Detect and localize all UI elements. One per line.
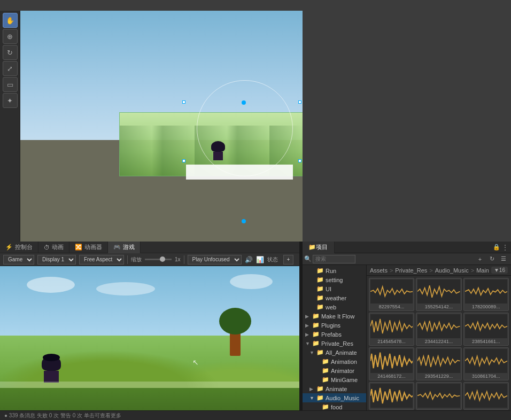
scale-tool[interactable]: ⤢ [3,61,18,76]
svg-rect-1 [417,279,460,304]
search-icon: 🔍 [304,255,312,262]
more-panel-icon[interactable]: ⋮ [501,243,509,252]
asset-item[interactable]: 310861704... [463,347,509,380]
tree-item-web[interactable]: 📁 web [302,302,366,312]
asset-count: ▼16 [491,267,508,274]
tree-item-all-animate[interactable]: ▼ 📁 All_Animate [302,348,366,357]
tree-label: weather [326,295,346,301]
asset-item[interactable]: 178200089... [463,278,509,311]
asset-item[interactable]: 238541661... [463,313,509,346]
panel-search-bar: 🔍 + ↻ ☰ [302,253,511,265]
aspect-select[interactable]: Free Aspect [79,255,124,265]
asset-name: 178200089... [472,304,500,309]
refresh-button[interactable]: ↻ [486,254,497,264]
tree-item-audio-music[interactable]: ▼ 📁 Audio_Music [302,393,366,402]
folder-icon: 📁 [316,285,324,292]
tab-game[interactable]: 🎮 游戏 [108,242,141,253]
project-tab-bar: 📁 项目 🔒 ⋮ [302,242,511,253]
tree-item-animator[interactable]: 📁 Animator [302,366,366,375]
hand-tool[interactable]: ✋ [3,13,18,28]
rect-tool[interactable]: ▭ [3,77,18,92]
tree-label: All_Animate [326,349,357,356]
tree-item-plugins[interactable]: ▶ 📁 Plugins [302,321,366,330]
asset-item[interactable] [369,382,414,410]
status-text: ● 339 条消息 失败 0 次 警告 0 次 单击可查看更多 [4,412,121,419]
panel-resize-handle[interactable] [299,242,303,420]
search-input[interactable] [313,255,355,263]
tree-item-prefabs[interactable]: ▶ 📁 Prefabs [302,330,366,339]
left-toolbar: ✋ ⊕ ↻ ⤢ ▭ ✦ [0,11,20,246]
asset-item[interactable]: 214545478... [369,313,414,346]
tree-item-animate[interactable]: ▶ 📁 Animate [302,384,366,393]
rotate-tool[interactable]: ↻ [3,45,18,60]
asset-grid: 82297554... 155254142... [367,276,511,415]
tree-label: food [331,404,342,410]
asset-item[interactable]: 241468172... [369,347,414,380]
tree-item-ui[interactable]: 📁 UI [302,284,366,293]
tree-item-run[interactable]: 📁 Run [302,266,366,275]
asset-area: Assets > Private_Res > Audio_Music > Mai… [367,265,511,420]
create-button[interactable]: + [475,254,485,264]
scale-icon: ⤢ [7,65,13,73]
svg-rect-8 [465,349,507,373]
asset-name: 238541661... [472,339,500,344]
asset-name: 155254142... [425,304,453,309]
breadcrumb-private-res[interactable]: Private_Res [395,267,427,274]
console-icon: ⚡ [5,244,13,251]
asset-name: 310861704... [472,374,500,379]
tab-console[interactable]: ⚡ 控制台 [0,242,38,253]
add-button[interactable]: + [283,255,294,265]
asset-name: 214545478... [377,339,406,344]
asset-item[interactable]: 82297554... [369,278,414,311]
asset-name: 234412241... [425,339,453,344]
asset-item[interactable]: 293541229... [416,347,461,380]
tree-label: Animation [331,359,357,365]
tree-item-makeitflow[interactable]: ▶ 📁 Make It Flow [302,312,366,321]
breadcrumb-assets[interactable]: Assets [370,267,388,274]
tree-item-animation[interactable]: 📁 Animation [302,357,366,366]
move-tool[interactable]: ⊕ [3,29,18,44]
game-view: ↖ [0,266,305,420]
asset-name: 82297554... [379,304,405,309]
filter-button[interactable]: ☰ [498,254,509,264]
tree-label: MiniGame [331,377,358,383]
tree-item-setting[interactable]: 📁 setting [302,275,366,284]
platform [186,165,293,180]
folder-icon: 📁 [312,322,320,329]
asset-name: 241468172... [377,374,406,379]
display-number-select[interactable]: Display 1 [37,255,76,265]
tree-item-weather[interactable]: 📁 weather [302,293,366,302]
play-mode-select[interactable]: Play Unfocused [188,255,242,265]
custom-tool[interactable]: ✦ [3,93,18,108]
game-toolbar: Game Display 1 Free Aspect 缩放 1x Play Un… [0,253,305,266]
move-icon: ⊕ [7,33,13,41]
tab-animator[interactable]: 🔀 动画器 [69,242,108,253]
folder-icon: 📁 [316,394,324,401]
asset-item[interactable] [416,382,461,410]
character-sprite [211,141,225,160]
tree-label: Private_Res [321,340,353,347]
zoom-label: 缩放 [131,256,142,263]
tree-item-private-res[interactable]: ▼ 📁 Private_Res [302,339,366,348]
breadcrumb-sep1: > [390,267,393,274]
zoom-slider[interactable] [145,259,172,260]
breadcrumb-main[interactable]: Main [476,267,489,274]
tree-label: web [326,304,336,310]
tab-animation[interactable]: ⏱ 动画 [38,242,69,253]
folder-icon: 📁 [316,304,324,310]
tree-label: Animator [331,368,354,374]
breadcrumb-audio-music[interactable]: Audio_Music [435,267,469,274]
lock-panel-icon[interactable]: 🔒 [493,244,500,251]
project-tab[interactable]: 📁 项目 [302,242,335,253]
tree-item-minigame[interactable]: 📁 MiniGame [302,375,366,384]
game-label: 游戏 [123,243,135,251]
game-character [42,356,61,383]
tree-label: Animate [326,386,347,392]
asset-item[interactable] [463,382,509,410]
asset-item[interactable]: 234412241... [416,313,461,346]
project-label: 项目 [316,243,328,251]
project-panel: 📁 项目 🔒 ⋮ 🔍 + ↻ ☰ 📁 Run 📁 setti [301,242,511,420]
editor-tab-bar: ⚡ 控制台 ⏱ 动画 🔀 动画器 🎮 游戏 ⋮ [0,242,305,253]
asset-item[interactable]: 155254142... [416,278,461,311]
game-display-select[interactable]: Game [3,255,34,265]
